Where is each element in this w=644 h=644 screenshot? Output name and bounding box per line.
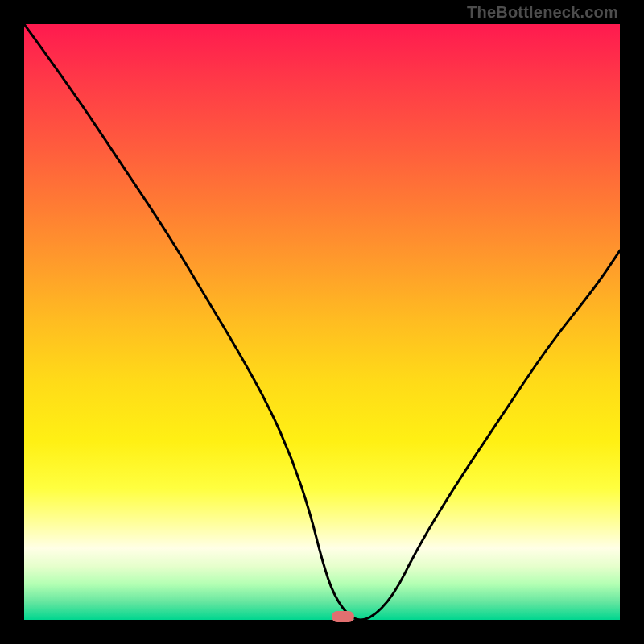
chart-frame: TheBottleneck.com <box>0 0 644 644</box>
bottleneck-curve <box>24 24 620 620</box>
chart-svg <box>24 24 620 620</box>
watermark-text: TheBottleneck.com <box>467 3 618 22</box>
optimal-point-marker <box>332 611 354 622</box>
chart-plot-area <box>24 24 620 620</box>
